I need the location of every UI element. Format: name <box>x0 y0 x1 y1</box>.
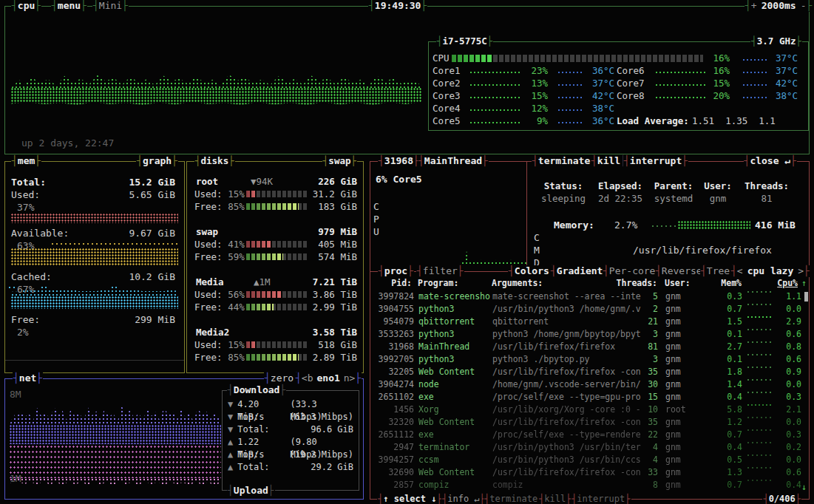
filter-button[interactable]: filter <box>416 265 464 277</box>
close-button[interactable]: close ↵ <box>744 155 797 167</box>
core-label: Core5 <box>433 115 461 127</box>
table-row[interactable]: 32205Web Content/usr/lib/firefox/firefox… <box>371 366 808 378</box>
download-arrow-icon: ▼ <box>228 398 233 411</box>
interrupt-button[interactable]: interrupt <box>623 155 688 167</box>
select-control[interactable]: ↑ select ↓ <box>377 493 443 504</box>
info-button[interactable]: info ↵ <box>441 493 486 504</box>
upload-total-row: ▲Total:29.2 GiB <box>223 461 359 474</box>
cpu-frequency: 3.7 GHz <box>750 35 802 47</box>
column-user[interactable]: User: <box>665 277 691 290</box>
table-row[interactable]: 32690Web Content/usr/lib/firefox/firefox… <box>371 466 808 479</box>
mini-mode-button[interactable]: Mini <box>92 0 129 12</box>
sort-selector: <cpu lazy> <box>730 265 810 277</box>
scrollbar-thumb[interactable] <box>804 292 808 302</box>
scroll-down-icon[interactable]: ↓ <box>801 481 807 494</box>
footer-interrupt-button[interactable]: interrupt <box>571 493 631 504</box>
sort-prev-button[interactable]: < <box>737 265 743 276</box>
core-percent: 9% <box>518 115 548 127</box>
table-row[interactable]: 2651102exe/proc/self/exe --type=gpu-pro1… <box>371 391 808 403</box>
table-row[interactable]: 3994257ccsm/usr/bin/python3 /usr/bin/ccs… <box>371 454 808 466</box>
process-table: 3997824mate-screenshomate-screenshot --a… <box>371 290 808 491</box>
mem-graph-toggle[interactable]: graph <box>136 155 178 167</box>
detail-field-label: User: <box>700 180 736 192</box>
core-temp-graph <box>557 71 584 75</box>
core-temp: 38°C <box>582 102 614 115</box>
cpu-core-box: i7-5775C 3.7 GHz CPU 16% 37°C Core1 23% … <box>428 41 809 131</box>
core-temp: 36°C <box>582 64 614 77</box>
terminate-button[interactable]: terminate <box>532 155 597 167</box>
interval-minus-button[interactable]: - <box>801 0 807 11</box>
table-row[interactable]: 3904755python3/usr/bin/python3 /home/gnm… <box>371 303 808 316</box>
disk-free-value: 2.99 TiB <box>313 301 357 313</box>
footer-kill-button[interactable]: kill <box>538 493 572 504</box>
net-upload-graph <box>10 446 221 478</box>
iface-next-button[interactable]: n> <box>344 372 356 384</box>
table-row[interactable]: 3992705python3python3 ./bpytop.py3gnm0.1… <box>371 353 808 366</box>
cpu-total-meter <box>452 55 703 62</box>
gradient-option[interactable]: Gradient <box>550 265 609 277</box>
disk-free-value: 183 GiB <box>318 200 357 213</box>
detail-field-value: 2d 22:35 <box>592 192 648 205</box>
mem-cached-graph-edge <box>8 286 16 291</box>
disk-io: ▲1M <box>254 276 271 288</box>
cpu-box-title[interactable]: cpu <box>11 0 41 12</box>
menu-button[interactable]: menu <box>51 0 87 12</box>
disk-total: 3.58 TiB <box>313 326 357 338</box>
column-program[interactable]: Program: <box>418 277 458 290</box>
table-row[interactable]: 3997824mate-screenshomate-screenshot --a… <box>371 290 808 303</box>
table-row[interactable]: 32320Web Content/usr/lib/firefox/firefox… <box>371 416 808 429</box>
per-core-option[interactable]: Per-core <box>603 265 662 277</box>
detail-field-label: Threads: <box>740 180 793 192</box>
sort-next-button[interactable]: > <box>798 265 804 276</box>
bpytop-screen: cpu menu Mini 19:49:30 +2000ms- up 2 day… <box>0 0 814 504</box>
core-usage-graph <box>469 121 521 125</box>
download-top-row: ▼Top:(63.3 Mibps) <box>223 411 359 423</box>
column-arguments[interactable]: Arguments: <box>492 277 543 290</box>
table-row[interactable]: 954079qbittorrentqbittorrent21gnm1.52.9 <box>371 316 808 328</box>
mem-available-label: Available: <box>11 227 69 239</box>
iface-prev-button[interactable]: <b <box>302 372 313 384</box>
mem-box-title[interactable]: mem <box>11 155 41 167</box>
disk-free-meter <box>246 203 308 210</box>
core-label: Core4 <box>433 102 461 115</box>
net-interface-switcher[interactable]: <beno1n> <box>295 372 362 384</box>
detail-memory-graph-lead <box>651 225 676 229</box>
colors-option[interactable]: Colors <box>508 265 556 277</box>
table-row[interactable]: 1456Xorg/usr/lib/xorg/Xorg -core :0 -10r… <box>371 403 808 416</box>
column-pid[interactable]: Pid: <box>376 277 412 290</box>
table-row[interactable]: 2857compizcompiz8gnm0.70.4 <box>371 479 808 491</box>
column-threads[interactable]: Threads: <box>613 277 657 290</box>
column-mem[interactable]: Mem% <box>712 277 742 290</box>
disk-used-meter <box>246 291 308 298</box>
detail-process-name: MainThread <box>418 155 489 167</box>
table-row[interactable]: 2651112exe/proc/self/exe --type=rendere2… <box>371 429 808 441</box>
detail-field-label: Parent: <box>651 180 696 192</box>
interval-plus-button[interactable]: + <box>751 0 757 11</box>
detail-field-value: gnm <box>700 192 736 205</box>
disk-io: ▼94K <box>251 175 273 188</box>
core-percent: 20% <box>700 89 730 102</box>
detail-pid: 31968 <box>378 155 420 167</box>
download-speed-row: ▼4.20 MiB/s(33.3 Mibps) <box>223 398 359 411</box>
column-cpu[interactable]: Cpu% <box>765 277 798 290</box>
proc-box-title[interactable]: proc <box>378 265 414 277</box>
disk-total: 226 GiB <box>318 175 357 188</box>
table-row[interactable]: 31968MainThread/usr/lib/firefox/firefox8… <box>371 341 808 353</box>
table-row[interactable]: 2947terminator/usr/bin/python3 /usr/bin/… <box>371 441 808 454</box>
disk-free-label: Free: 44% <box>194 301 245 313</box>
core-label: Core2 <box>433 77 461 89</box>
net-box-title[interactable]: net <box>13 372 43 384</box>
table-row[interactable]: 3533263python3python3 /home/gnm/bpytop/b… <box>371 328 808 341</box>
upload-arrow-icon: ▲ <box>228 461 233 474</box>
upload-top-row: ▲Top:(19.2 Mibps) <box>223 449 359 461</box>
detail-cmd-axis-label: M <box>534 244 540 256</box>
detail-field-label: Elapsed: <box>592 180 648 192</box>
disks-swap-toggle[interactable]: swap <box>322 155 357 167</box>
kill-button[interactable]: kill <box>591 155 627 167</box>
disks-box-title[interactable]: disks <box>194 155 235 167</box>
disk-used-value: 31.2 GiB <box>313 188 357 200</box>
disk-used-value: 518 GiB <box>318 338 357 351</box>
footer-terminate-button[interactable]: terminate <box>484 493 544 504</box>
table-row[interactable]: 3904274node/home/gnm/.vscode-server/bin/… <box>371 378 808 391</box>
download-arrow-icon: ▼ <box>228 411 233 423</box>
